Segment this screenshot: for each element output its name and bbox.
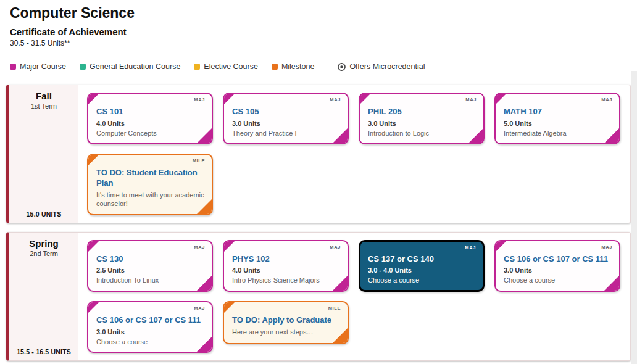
course-card[interactable]: MAJ CS 137 or CS 140 3.0 - 4.0 Units Cho…	[359, 240, 485, 292]
course-units: 4.0 Units	[96, 120, 204, 127]
term-header: Spring 2nd Term 15.5 - 16.5 UNITS	[9, 233, 78, 360]
card-type-badge: MILE	[193, 158, 205, 163]
course-desc: Computer Concepts	[96, 129, 204, 138]
course-title: TO DO: Apply to Graduate	[232, 315, 340, 326]
course-card[interactable]: MAJ CS 130 2.5 Units Introduction To Lin…	[87, 240, 213, 292]
term-list: Fall 1st Term 15.0 UNITS MAJ CS 101 4.0 …	[0, 85, 637, 361]
legend-item-label: Milestone	[281, 62, 315, 71]
legend-item: Milestone	[272, 62, 315, 71]
term-header: Fall 1st Term 15.0 UNITS	[9, 85, 78, 223]
course-title: CS 137 or CS 140	[368, 254, 476, 265]
course-units: 2.5 Units	[96, 267, 204, 274]
term-panel: Fall 1st Term 15.0 UNITS MAJ CS 101 4.0 …	[6, 85, 631, 223]
course-title: CS 130	[96, 254, 204, 265]
course-card[interactable]: MAJ CS 106 or CS 107 or CS 111 3.0 Units…	[87, 301, 213, 353]
course-title: CS 101	[96, 107, 204, 117]
term-units-total: 15.5 - 16.5 UNITS	[9, 348, 78, 355]
course-desc: Introduction To Linux	[96, 276, 204, 284]
course-desc: Choose a course	[368, 276, 476, 284]
legend-swatch-icon	[194, 64, 200, 70]
course-units: 5.0 Units	[504, 120, 612, 127]
program-units: 30.5 - 31.5 Units**	[10, 39, 627, 48]
course-title: CS 106 or CS 107 or CS 111	[96, 315, 204, 326]
legend-swatch-icon	[272, 64, 278, 70]
microcredential-icon	[337, 62, 346, 72]
card-type-badge: MAJ	[601, 97, 612, 102]
course-desc: Intro Physics-Science Majors	[232, 276, 340, 284]
term-name: Fall	[9, 91, 78, 101]
term-ordinal: 2nd Term	[9, 250, 78, 257]
legend-swatch-icon	[10, 64, 16, 70]
term-ordinal: 1st Term	[9, 102, 78, 110]
legend-item-label: Elective Course	[204, 62, 258, 71]
legend-item: Major Course	[10, 62, 66, 71]
card-type-badge: MAJ	[194, 244, 205, 250]
legend-microcredential-label: Offers Microcredential	[349, 62, 425, 71]
course-desc: Theory and Practice I	[232, 129, 340, 138]
page-header: Computer Science Certificate of Achievem…	[0, 0, 637, 48]
course-units: 3.0 - 4.0 Units	[368, 267, 476, 274]
term-units-total: 15.0 UNITS	[9, 210, 78, 218]
card-type-badge: MAJ	[330, 97, 341, 102]
legend-items: Major Course General Education Course El…	[10, 62, 328, 71]
program-subtitle: Certificate of Achievement	[10, 27, 627, 37]
course-units: 4.0 Units	[232, 267, 340, 274]
legend-item: Elective Course	[194, 62, 258, 71]
course-desc: Choose a course	[96, 337, 204, 346]
course-title: CS 106 or CS 107 or CS 111	[504, 254, 612, 265]
term-name: Spring	[9, 238, 78, 249]
card-type-badge: MAJ	[601, 244, 612, 250]
legend-microcredential: Offers Microcredential	[337, 62, 425, 72]
course-units: 3.0 Units	[96, 328, 204, 336]
course-desc: Intermediate Algebra	[504, 129, 612, 138]
card-type-badge: MAJ	[194, 97, 205, 102]
course-title: CS 105	[232, 107, 340, 117]
card-type-badge: MAJ	[465, 97, 477, 102]
course-desc: Here are your next steps…	[232, 328, 340, 336]
legend-item-label: General Education Course	[90, 62, 180, 71]
legend: Major Course General Education Course El…	[10, 61, 627, 72]
milestone-card[interactable]: MILE TO DO: Apply to Graduate Here are y…	[223, 301, 349, 344]
card-type-badge: MILE	[328, 305, 341, 311]
card-type-badge: MAJ	[330, 244, 341, 250]
milestone-card[interactable]: MILE TO DO: Student Education Plan It's …	[87, 154, 213, 215]
card-type-badge: MAJ	[465, 245, 476, 250]
course-desc: Introduction to Logic	[368, 129, 476, 138]
course-title: PHIL 205	[368, 107, 476, 117]
course-card[interactable]: MAJ PHYS 102 4.0 Units Intro Physics-Sci…	[223, 240, 349, 292]
legend-item: General Education Course	[80, 62, 180, 71]
term-courses: MAJ CS 130 2.5 Units Introduction To Lin…	[78, 233, 630, 360]
course-card[interactable]: MAJ MATH 107 5.0 Units Intermediate Alge…	[494, 93, 620, 144]
course-desc: It's time to meet with your academic cou…	[96, 191, 204, 209]
course-units: 3.0 Units	[504, 267, 612, 274]
page-title: Computer Science	[10, 5, 627, 22]
page-scroll-gutter	[631, 71, 637, 364]
course-title: TO DO: Student Education Plan	[96, 168, 204, 189]
legend-divider	[328, 61, 328, 72]
card-type-badge: MAJ	[194, 305, 205, 311]
legend-swatch-icon	[80, 64, 86, 70]
course-desc: Choose a course	[504, 276, 612, 284]
course-card[interactable]: MAJ CS 101 4.0 Units Computer Concepts	[87, 93, 213, 144]
course-title: PHYS 102	[232, 254, 340, 265]
course-units: 3.0 Units	[232, 120, 340, 127]
term-courses: MAJ CS 101 4.0 Units Computer Concepts M…	[78, 85, 630, 223]
course-card[interactable]: MAJ PHIL 205 3.0 Units Introduction to L…	[359, 93, 485, 144]
course-card[interactable]: MAJ CS 106 or CS 107 or CS 111 3.0 Units…	[494, 240, 620, 292]
term-panel: Spring 2nd Term 15.5 - 16.5 UNITS MAJ CS…	[6, 232, 631, 361]
course-title: MATH 107	[504, 107, 612, 117]
course-card[interactable]: MAJ CS 105 3.0 Units Theory and Practice…	[223, 93, 349, 144]
course-units: 3.0 Units	[368, 120, 476, 127]
legend-item-label: Major Course	[20, 62, 66, 71]
